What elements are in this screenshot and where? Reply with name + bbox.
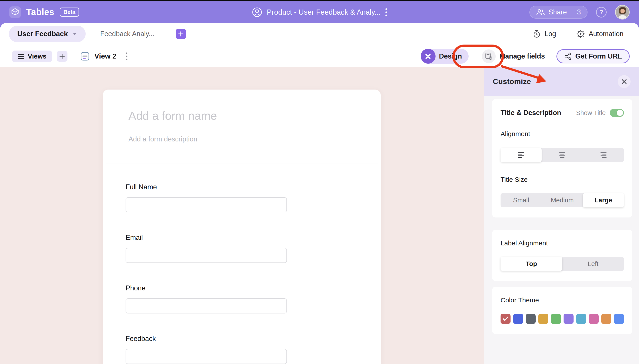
color-swatch[interactable] xyxy=(513,314,523,324)
align-left-icon xyxy=(517,152,525,158)
color-swatch[interactable] xyxy=(601,314,611,324)
label-align-left[interactable]: Left xyxy=(562,257,624,271)
color-swatch-selected[interactable] xyxy=(501,314,511,324)
user-circle-icon xyxy=(251,6,263,18)
view-menu-kebab-icon[interactable] xyxy=(125,52,128,61)
title-size-medium[interactable]: Medium xyxy=(542,193,583,207)
label-alignment-segmented-control: Top Left xyxy=(501,257,624,271)
get-form-url-label: Get Form URL xyxy=(575,52,622,60)
views-label: Views xyxy=(28,52,47,60)
field-label: Feedback xyxy=(126,335,381,343)
color-swatch[interactable] xyxy=(563,314,573,324)
label-alignment-label: Label Alignment xyxy=(501,240,624,247)
automation-button[interactable]: Automation xyxy=(576,29,623,38)
color-swatch[interactable] xyxy=(526,314,536,324)
log-button[interactable]: Log xyxy=(532,30,556,38)
color-theme-card: Color Theme xyxy=(492,287,632,334)
align-center-option[interactable] xyxy=(542,148,583,162)
full-name-input[interactable] xyxy=(126,197,287,212)
view-name: View 2 xyxy=(95,52,117,60)
view-toolbar: Views View 2 xyxy=(0,45,639,67)
form-canvas: Add a form name Add a form description F… xyxy=(0,67,484,364)
form-description-input[interactable]: Add a form description xyxy=(128,135,355,143)
document-title-group[interactable]: Product - User Feedback & Analy... xyxy=(251,1,388,23)
field-group-email: Email xyxy=(126,234,381,263)
share-divider xyxy=(572,8,572,16)
align-center-icon xyxy=(558,152,566,158)
title-size-label: Title Size xyxy=(501,176,624,183)
plus-icon xyxy=(178,31,184,37)
help-button[interactable]: ? xyxy=(596,7,607,18)
label-alignment-card: Label Alignment Top Left xyxy=(492,230,632,281)
customize-panel-body: Title & Description Show Title Alignment xyxy=(484,96,639,364)
manage-fields-button[interactable]: Manage fields xyxy=(482,50,545,63)
tab-right-divider xyxy=(566,29,566,39)
manage-fields-label: Manage fields xyxy=(499,52,545,60)
app-header: Tables Beta Product - User Feedback & An… xyxy=(0,1,639,23)
title-description-card: Title & Description Show Title Alignment xyxy=(492,99,632,218)
share-count-badge: 3 xyxy=(577,8,581,16)
align-right-option[interactable] xyxy=(583,148,624,162)
share-button[interactable]: Share 3 xyxy=(529,6,587,18)
main-sheet: User Feedback Feedback Analy... xyxy=(0,23,639,364)
field-label: Email xyxy=(126,234,381,242)
alignment-label: Alignment xyxy=(501,130,624,138)
email-input[interactable] xyxy=(126,248,287,263)
show-title-label: Show Title xyxy=(576,109,606,116)
close-panel-button[interactable] xyxy=(618,75,630,88)
design-label: Design xyxy=(439,52,462,60)
document-title: Product - User Feedback & Analy... xyxy=(267,8,381,16)
feedback-input[interactable] xyxy=(126,349,287,364)
show-title-toggle[interactable] xyxy=(610,109,624,117)
color-theme-label: Color Theme xyxy=(501,296,624,304)
doc-menu-kebab-icon[interactable] xyxy=(385,7,388,17)
log-label: Log xyxy=(544,30,556,38)
toggle-knob xyxy=(617,110,623,116)
title-size-segmented-control: Small Medium Large xyxy=(501,193,624,207)
title-size-large[interactable]: Large xyxy=(583,193,624,207)
chevron-down-icon xyxy=(72,32,77,36)
user-avatar[interactable] xyxy=(615,5,630,20)
add-table-button[interactable] xyxy=(176,29,186,39)
form-name-input[interactable]: Add a form name xyxy=(128,109,355,122)
cube-icon xyxy=(11,7,20,17)
app-name: Tables xyxy=(26,7,54,17)
color-swatch[interactable] xyxy=(589,314,599,324)
customize-panel: Customize Title & Description xyxy=(484,67,639,364)
get-form-url-button[interactable]: Get Form URL xyxy=(556,49,630,64)
color-swatch[interactable] xyxy=(576,314,586,324)
app-window: Tables Beta Product - User Feedback & An… xyxy=(0,0,639,364)
views-button[interactable]: Views xyxy=(12,50,52,62)
tab-feedback-analysis[interactable]: Feedback Analy... xyxy=(100,30,154,38)
brand: Tables Beta xyxy=(9,6,79,18)
design-tools-icon xyxy=(421,49,436,64)
form-head: Add a form name Add a form description xyxy=(103,90,381,143)
table-tab-bar: User Feedback Feedback Analy... xyxy=(0,23,639,45)
form-view-icon xyxy=(80,52,90,61)
history-clock-icon xyxy=(532,30,541,38)
toolbar-divider xyxy=(74,52,74,61)
phone-input[interactable] xyxy=(126,298,287,314)
app-logo[interactable] xyxy=(9,6,21,18)
panel-title: Customize xyxy=(493,77,531,86)
plus-icon xyxy=(59,54,65,59)
label-align-top[interactable]: Top xyxy=(501,257,562,271)
share-label: Share xyxy=(548,8,567,16)
color-swatch[interactable] xyxy=(614,314,624,324)
customize-panel-header: Customize xyxy=(484,67,639,96)
active-table-label: User Feedback xyxy=(17,30,68,38)
title-size-small[interactable]: Small xyxy=(501,193,542,207)
tab-user-feedback[interactable]: User Feedback xyxy=(9,26,86,42)
beta-badge: Beta xyxy=(60,8,79,17)
color-swatch-row xyxy=(501,314,624,324)
align-right-icon xyxy=(599,152,607,158)
automation-gear-icon xyxy=(576,29,585,38)
field-group-full-name: Full Name xyxy=(126,183,381,212)
tab-bar-right: Log Automation xyxy=(532,29,623,39)
add-view-button[interactable] xyxy=(57,51,68,62)
toolbar-right: Design Manage fields xyxy=(421,49,630,64)
design-button[interactable]: Design xyxy=(421,49,469,64)
align-left-option[interactable] xyxy=(501,148,542,162)
color-swatch[interactable] xyxy=(538,314,548,324)
color-swatch[interactable] xyxy=(551,314,561,324)
